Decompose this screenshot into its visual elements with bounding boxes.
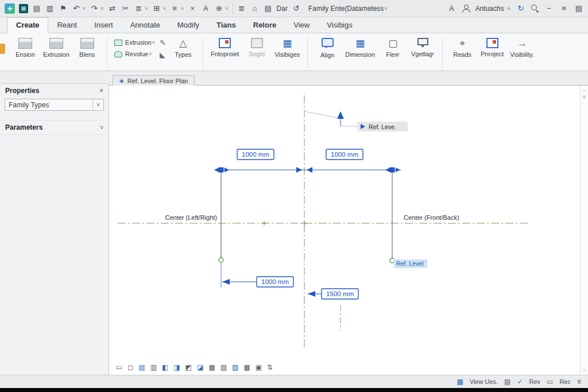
label-center-front-back[interactable]: Center (Front/Back) xyxy=(404,214,459,221)
close-icon[interactable]: × xyxy=(188,3,197,14)
tool-fntoproiet[interactable]: Fntoproiet xyxy=(208,36,242,59)
align-icon[interactable]: ≡ xyxy=(170,3,179,14)
tool-dimension[interactable]: ▦ Dimension xyxy=(343,36,377,60)
tool-types[interactable]: △ Types xyxy=(169,36,198,60)
chevron-down-icon[interactable]: ˅ xyxy=(181,6,184,11)
lock-view-icon[interactable]: ▧ xyxy=(220,363,227,371)
tab-relore[interactable]: Relore xyxy=(245,18,285,33)
text-icon[interactable]: A xyxy=(201,3,210,14)
material-swatch-icon[interactable]: ▣ xyxy=(19,4,28,13)
globe-icon[interactable]: ⊕ xyxy=(214,3,223,14)
scroll-up-icon[interactable]: − xyxy=(583,87,586,93)
constraints-icon[interactable]: ▩ xyxy=(243,363,250,371)
drawing-area[interactable]: 1000 mm 1000 mm Ref. Leve. Center (Left/… xyxy=(109,85,588,375)
panel-icon[interactable]: ▤ xyxy=(504,378,510,386)
chevron-down-icon[interactable]: ˅ xyxy=(83,6,86,11)
show-crop-icon[interactable]: ◩ xyxy=(185,363,192,371)
user-name-label[interactable]: Antuachs xyxy=(475,5,504,13)
sun-path-icon[interactable]: ▥ xyxy=(150,363,157,371)
new-file-icon[interactable]: + xyxy=(5,3,15,14)
tool-extrusion-2[interactable]: Extrusion xyxy=(41,36,72,60)
tool-blend[interactable]: Blens xyxy=(73,36,102,60)
scale-icon[interactable]: ▭ xyxy=(116,363,122,371)
tab-reant[interactable]: Reant xyxy=(48,18,86,33)
shadows-icon[interactable]: ◧ xyxy=(162,363,168,371)
ref-level-tag[interactable]: Ref. Leve. xyxy=(357,122,408,131)
tool-pnroject[interactable]: Pnroject xyxy=(478,36,506,59)
parameters-section[interactable]: Parameters ˅ xyxy=(0,120,109,135)
flag-icon[interactable]: ⚑ xyxy=(59,3,68,14)
temporary-hide-icon[interactable]: ◪ xyxy=(197,363,203,371)
detail-level-icon[interactable]: ◻ xyxy=(127,363,133,371)
scroll-grip-icon[interactable]: ≡ xyxy=(583,94,586,100)
tool-pencil[interactable]: ✎ xyxy=(158,38,168,47)
menu-icon[interactable]: ≡ xyxy=(559,3,568,14)
close-icon[interactable]: × xyxy=(99,87,103,95)
pan-icon[interactable]: ⇅ xyxy=(267,363,273,371)
tool-visibility[interactable]: → Visibility. xyxy=(508,36,536,60)
reference-endpoint-left[interactable] xyxy=(219,258,223,262)
drawing-canvas[interactable]: 1000 mm 1000 mm Ref. Leve. Center (Left/… xyxy=(109,86,580,375)
redo-icon[interactable]: ↷ xyxy=(90,3,99,14)
visual-style-icon[interactable]: ▤ xyxy=(138,363,145,371)
list-icon[interactable]: ≣ xyxy=(134,3,144,14)
reference-endpoint-right[interactable] xyxy=(390,258,394,263)
user-avatar-icon[interactable] xyxy=(462,5,470,12)
tool-extrusion-1[interactable]: Ension xyxy=(11,36,40,60)
crop-view-icon[interactable]: ◨ xyxy=(173,363,180,371)
family-type-selector[interactable]: Family Ente(Datametess ˅ xyxy=(305,3,391,14)
worksharing-icon[interactable]: ▣ xyxy=(256,363,262,371)
box-icon[interactable]: ▭ xyxy=(547,378,553,386)
dimension-value-top-left[interactable]: 1000 mm xyxy=(237,149,274,160)
tab-tians[interactable]: Tians xyxy=(208,18,245,33)
chevron-down-icon[interactable]: ˅ xyxy=(163,6,166,11)
chevron-down-icon[interactable]: ˅ xyxy=(145,6,148,11)
label-center-left-right[interactable]: Center (Left/Right) xyxy=(165,214,217,221)
refresh-icon[interactable]: ↻ xyxy=(516,3,525,14)
tool-extrusion-small[interactable]: Extrusion ˅ xyxy=(113,38,157,46)
level-marker[interactable] xyxy=(337,111,357,126)
tool-revolve-small[interactable]: Revolue ˅ xyxy=(113,50,157,58)
panel-icon[interactable]: ▤ xyxy=(264,3,273,14)
ref-level-label[interactable]: Ref. Level xyxy=(394,259,427,268)
reveal-hidden-icon[interactable]: ▦ xyxy=(208,363,215,371)
analytical-model-icon[interactable]: ▨ xyxy=(232,363,238,371)
search-icon[interactable] xyxy=(531,5,539,12)
undo-icon[interactable]: ↶ xyxy=(72,3,81,14)
dimension-bottom-left[interactable]: 1000 mm xyxy=(221,263,293,288)
minimize-icon[interactable]: − xyxy=(544,3,554,14)
family-types-dropdown[interactable]: Family Types ˅ xyxy=(5,99,104,111)
dimension-value-top-right[interactable]: 1000 mm xyxy=(326,149,363,160)
tab-modify[interactable]: Modify xyxy=(169,18,208,33)
tab-annotate[interactable]: Annotate xyxy=(122,18,169,33)
menu-icon[interactable]: ≡ xyxy=(577,378,581,386)
dimension-bottom-center[interactable]: 1500 mm xyxy=(308,289,358,299)
print-icon[interactable]: ▥ xyxy=(45,3,55,14)
view-list-icon[interactable]: ▦ xyxy=(457,378,463,386)
view-tab[interactable]: ◈ Ref. Level. Floor Plan xyxy=(113,75,195,86)
tool-visibiges[interactable]: ▦ Visibiges xyxy=(272,36,302,60)
save-icon[interactable]: ▤ xyxy=(32,3,41,14)
tab-create[interactable]: Create xyxy=(7,17,48,33)
cut-icon[interactable]: ✂ xyxy=(121,3,130,14)
tool-flex[interactable]: ▢ Flex ˅ xyxy=(378,36,407,60)
scroll-down-icon[interactable]: − xyxy=(583,367,586,373)
tool-align[interactable]: Align xyxy=(313,36,342,60)
dimension-top-line[interactable] xyxy=(214,167,401,173)
sync-icon[interactable]: ↺ xyxy=(292,3,301,14)
check-icon[interactable]: ✓ xyxy=(517,378,523,386)
home-icon[interactable]: ⌂ xyxy=(250,3,260,14)
tab-visibigs[interactable]: Visibigs xyxy=(318,18,361,33)
chevron-up-icon[interactable]: ˄ xyxy=(508,6,510,11)
tool-vgetlag[interactable]: Vgetlag ˅ xyxy=(408,36,437,59)
grid-icon[interactable]: ⊞ xyxy=(152,3,161,14)
transfer-icon[interactable]: ⇄ xyxy=(108,3,117,14)
canvas-scrollbar[interactable]: − ≡ − xyxy=(580,86,588,375)
tab-view[interactable]: View xyxy=(285,18,318,33)
text-style-icon[interactable]: A xyxy=(447,3,457,14)
tool-sweep[interactable]: ◣ xyxy=(158,51,168,59)
chevron-down-icon[interactable]: ˅ xyxy=(100,6,103,11)
tab-insert[interactable]: Insert xyxy=(86,18,122,33)
list-icon[interactable]: ≣ xyxy=(237,3,246,14)
tool-reads[interactable]: ⌖ Reads xyxy=(448,36,477,60)
